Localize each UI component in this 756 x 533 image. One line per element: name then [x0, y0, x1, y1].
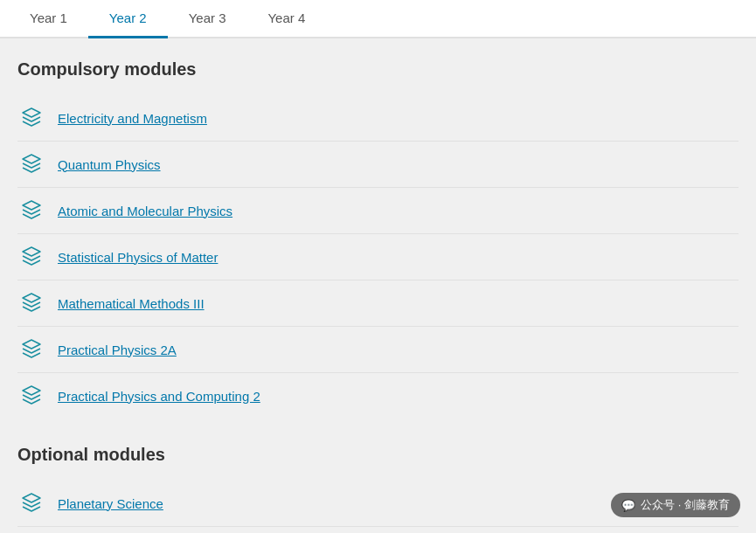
list-item: Electricity and Magnetism	[17, 95, 739, 142]
list-item: Environmental Physics	[17, 527, 739, 533]
module-link-computing[interactable]: Practical Physics and Computing 2	[58, 389, 260, 404]
optional-module-list: Planetary Science Environmental Physics	[17, 481, 739, 533]
layers-icon	[17, 104, 45, 132]
list-item: Practical Physics and Computing 2	[17, 373, 739, 419]
layers-icon	[17, 150, 45, 178]
layers-icon	[17, 336, 45, 363]
tab-year4[interactable]: Year 4	[246, 0, 326, 38]
layers-icon	[17, 243, 45, 271]
tab-bar: Year 1 Year 2 Year 3 Year 4	[0, 0, 756, 38]
compulsory-module-list: Electricity and Magnetism Quantum Physic…	[17, 95, 739, 419]
list-item: Practical Physics 2A	[17, 327, 739, 373]
module-link-planetary[interactable]: Planetary Science	[58, 496, 163, 511]
layers-icon	[17, 489, 45, 517]
tab-year3[interactable]: Year 3	[168, 0, 247, 38]
module-link-atomic[interactable]: Atomic and Molecular Physics	[58, 204, 232, 218]
list-item: Statistical Physics of Matter	[17, 234, 739, 280]
list-item: Atomic and Molecular Physics	[17, 188, 739, 234]
module-link-methods[interactable]: Mathematical Methods III	[58, 296, 205, 311]
layers-icon	[17, 197, 45, 225]
tab-year2[interactable]: Year 2	[88, 0, 168, 38]
compulsory-section-title: Compulsory modules	[17, 59, 739, 80]
main-content: Compulsory modules Electricity and Magne…	[0, 38, 756, 533]
list-item: Planetary Science	[17, 481, 739, 527]
module-link-electricity[interactable]: Electricity and Magnetism	[58, 111, 207, 126]
optional-section-title: Optional modules	[17, 445, 739, 465]
layers-icon	[17, 382, 45, 410]
module-link-statistical[interactable]: Statistical Physics of Matter	[58, 250, 218, 265]
layers-icon	[17, 289, 45, 317]
list-item: Quantum Physics	[17, 142, 739, 188]
module-link-practical2a[interactable]: Practical Physics 2A	[58, 343, 177, 357]
module-link-quantum[interactable]: Quantum Physics	[58, 157, 161, 172]
tab-year1[interactable]: Year 1	[9, 0, 88, 38]
list-item: Mathematical Methods III	[17, 280, 739, 327]
